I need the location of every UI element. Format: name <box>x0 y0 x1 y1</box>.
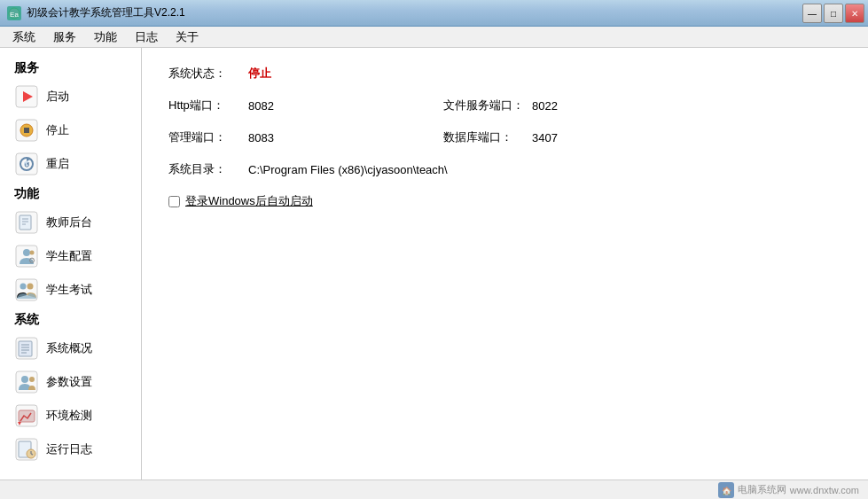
svg-point-17 <box>23 249 30 256</box>
sys-dir-label: 系统目录： <box>168 161 248 177</box>
status-row: 系统状态： 停止 <box>168 66 841 82</box>
svg-point-22 <box>27 284 34 290</box>
restart-label: 重启 <box>46 156 69 172</box>
file-service-port-value: 8022 <box>532 99 558 113</box>
student-config-icon: ⚙ <box>14 244 39 269</box>
sidebar-item-log[interactable]: 运行日志 <box>0 433 141 466</box>
watermark-text: 电脑系统网 <box>738 483 786 496</box>
sidebar: 服务 启动 停止 <box>0 48 142 480</box>
title-bar: Ea 初级会计教学系统管理工具V2.2.1 — □ ✕ <box>0 0 868 27</box>
main-container: 服务 启动 停止 <box>0 48 868 480</box>
settings-label: 参数设置 <box>46 374 92 390</box>
minimize-button[interactable]: — <box>802 4 822 23</box>
app-icon: Ea <box>7 6 21 20</box>
sidebar-section-function: 功能 <box>0 181 141 206</box>
svg-point-18 <box>30 251 35 255</box>
status-bar: 🏠 电脑系统网 www.dnxtw.com <box>0 480 868 499</box>
svg-rect-12 <box>20 215 31 230</box>
student-config-label: 学生配置 <box>46 248 92 264</box>
svg-point-30 <box>21 376 28 383</box>
sys-dir-value: C:\Program Files (x86)\cjyasoon\teach\ <box>248 163 448 176</box>
sidebar-item-student-exam[interactable]: 学生考试 <box>0 273 141 307</box>
menu-item-function[interactable]: 功能 <box>85 27 126 47</box>
status-label: 系统状态： <box>168 66 248 82</box>
svg-text:Ea: Ea <box>10 11 19 19</box>
teacher-label: 教师后台 <box>46 214 92 230</box>
svg-rect-6 <box>24 128 29 133</box>
menu-bar: 系统 服务 功能 日志 关于 <box>0 27 868 48</box>
maximize-button[interactable]: □ <box>824 4 843 23</box>
svg-line-39 <box>31 454 33 455</box>
db-port-label: 数据库端口： <box>443 129 532 145</box>
mgmt-port-value: 8083 <box>248 131 355 144</box>
status-value: 停止 <box>248 66 271 82</box>
log-icon <box>14 437 39 462</box>
file-service-port-label: 文件服务端口： <box>443 97 532 113</box>
autostart-checkbox[interactable] <box>168 196 180 207</box>
overview-label: 系统概况 <box>46 340 92 356</box>
sidebar-item-overview[interactable]: 系统概况 <box>0 331 141 365</box>
menu-item-system[interactable]: 系统 <box>4 27 44 47</box>
mgmt-port-row: 管理端口： 8083 数据库端口： 3407 <box>168 129 841 145</box>
db-port-value: 3407 <box>532 131 558 144</box>
svg-text:⚙: ⚙ <box>28 256 35 265</box>
start-icon <box>14 84 39 109</box>
student-exam-icon <box>14 277 39 302</box>
stop-icon <box>14 118 39 143</box>
sidebar-item-stop[interactable]: 停止 <box>0 113 141 147</box>
svg-text:↺: ↺ <box>24 161 30 169</box>
menu-item-about[interactable]: 关于 <box>167 27 207 47</box>
mgmt-port-label: 管理端口： <box>168 129 248 145</box>
sidebar-item-env[interactable]: 环境检测 <box>0 399 141 433</box>
svg-point-21 <box>20 284 27 290</box>
student-exam-label: 学生考试 <box>46 282 92 298</box>
sidebar-item-settings[interactable]: 参数设置 <box>0 365 141 399</box>
sys-dir-row: 系统目录： C:\Program Files (x86)\cjyasoon\te… <box>168 161 841 177</box>
watermark-icon: 🏠 <box>718 482 734 498</box>
sidebar-item-restart[interactable]: ↺ 重启 <box>0 147 141 181</box>
svg-text:🏠: 🏠 <box>721 486 731 496</box>
menu-item-log[interactable]: 日志 <box>126 27 167 47</box>
sidebar-section-service: 服务 <box>0 55 141 80</box>
svg-rect-24 <box>19 341 32 356</box>
settings-icon <box>14 370 39 394</box>
svg-point-31 <box>29 377 35 382</box>
sidebar-item-student-config[interactable]: ⚙ 学生配置 <box>0 239 141 273</box>
stop-label: 停止 <box>46 122 69 138</box>
overview-icon <box>14 336 39 361</box>
watermark: 🏠 电脑系统网 www.dnxtw.com <box>718 482 859 498</box>
sidebar-item-teacher[interactable]: 教师后台 <box>0 206 141 239</box>
restart-icon: ↺ <box>14 152 39 176</box>
http-port-value: 8082 <box>248 99 355 113</box>
menu-item-service[interactable]: 服务 <box>44 27 85 47</box>
watermark-url: www.dnxtw.com <box>790 485 859 495</box>
content-area: 系统状态： 停止 Http端口： 8082 文件服务端口： 8022 管理端口：… <box>142 48 868 480</box>
http-port-row: Http端口： 8082 文件服务端口： 8022 <box>168 97 841 113</box>
teacher-icon <box>14 210 39 235</box>
env-label: 环境检测 <box>46 408 92 424</box>
close-button[interactable]: ✕ <box>845 4 864 23</box>
sidebar-section-system: 系统 <box>0 307 141 331</box>
sidebar-item-start[interactable]: 启动 <box>0 80 141 113</box>
window-title: 初级会计教学系统管理工具V2.2.1 <box>27 5 185 20</box>
env-icon <box>14 403 39 428</box>
http-port-label: Http端口： <box>168 97 248 113</box>
autostart-row: 登录Windows后自动启动 <box>168 193 841 209</box>
window-controls: — □ ✕ <box>802 4 864 23</box>
log-label: 运行日志 <box>46 441 92 457</box>
autostart-label[interactable]: 登录Windows后自动启动 <box>185 193 313 209</box>
start-label: 启动 <box>46 89 69 105</box>
